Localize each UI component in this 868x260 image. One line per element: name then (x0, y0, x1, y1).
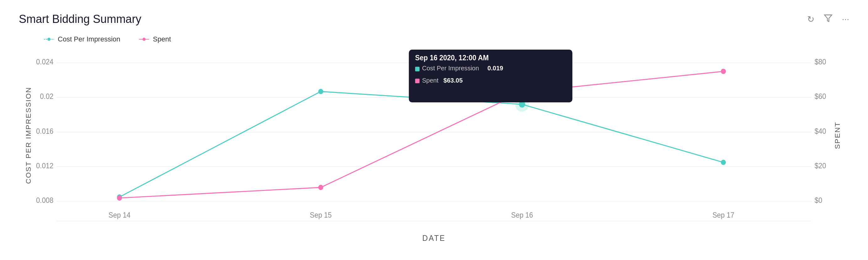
legend-item-cpi: Cost Per Impression (44, 35, 120, 43)
svg-text:SPENT: SPENT (834, 121, 841, 149)
svg-text:0.012: 0.012 (36, 162, 53, 170)
svg-text:$80: $80 (815, 58, 826, 66)
tooltip-spent-label: Spent (422, 77, 439, 84)
spent-point-sep17 (721, 69, 726, 74)
svg-point-2 (48, 38, 51, 41)
spent-point-sep14 (117, 195, 122, 201)
filter-icon[interactable] (824, 14, 833, 25)
cpi-point-sep17 (721, 160, 726, 165)
cpi-line (120, 91, 723, 197)
tooltip-title: Sep 16 2020, 12:00 AM (415, 54, 489, 62)
svg-point-4 (143, 38, 146, 41)
legend-line-cpi (44, 37, 54, 42)
legend-line-spent (139, 37, 149, 42)
chart-area: 0.024 0.02 0.016 0.012 0.008 $80 $60 $40… (19, 50, 849, 248)
page-title: Smart Bidding Summary (19, 12, 141, 26)
svg-text:0.008: 0.008 (36, 197, 53, 205)
chart-svg: 0.024 0.02 0.016 0.012 0.008 $80 $60 $40… (19, 50, 849, 248)
page-container: Smart Bidding Summary ↻ ··· Cost Per Imp… (0, 0, 868, 260)
legend: Cost Per Impression Spent (19, 35, 849, 43)
tooltip-cpi-value: 0.019 (487, 64, 503, 72)
legend-item-spent: Spent (139, 35, 171, 43)
svg-text:Sep 16: Sep 16 (511, 211, 533, 220)
cpi-point-sep15 (318, 89, 323, 94)
svg-text:$60: $60 (815, 93, 826, 101)
tooltip-spent-value: $63.05 (443, 77, 463, 84)
svg-text:$20: $20 (815, 162, 826, 170)
svg-text:0.024: 0.024 (36, 58, 53, 66)
legend-label-spent: Spent (153, 35, 171, 43)
more-icon[interactable]: ··· (842, 14, 849, 24)
legend-label-cpi: Cost Per Impression (58, 35, 120, 43)
header-actions: ↻ ··· (807, 14, 849, 25)
svg-text:0.016: 0.016 (36, 127, 53, 135)
svg-text:$40: $40 (815, 127, 826, 135)
refresh-icon[interactable]: ↻ (807, 14, 814, 25)
tooltip-cpi-label: Cost Per Impression (422, 64, 479, 72)
tooltip-spent-swatch (415, 79, 420, 83)
svg-text:Sep 17: Sep 17 (712, 211, 734, 220)
svg-text:$0: $0 (815, 197, 823, 205)
svg-text:0.02: 0.02 (40, 93, 53, 101)
svg-text:Sep 14: Sep 14 (108, 211, 130, 220)
svg-text:COST PER IMPRESSION: COST PER IMPRESSION (25, 87, 32, 184)
header: Smart Bidding Summary ↻ ··· (19, 12, 849, 26)
svg-text:DATE: DATE (423, 234, 445, 242)
tooltip-cpi-swatch (415, 67, 420, 71)
svg-marker-0 (825, 15, 832, 21)
svg-text:Sep 15: Sep 15 (310, 211, 332, 220)
spent-point-sep15 (318, 185, 323, 190)
